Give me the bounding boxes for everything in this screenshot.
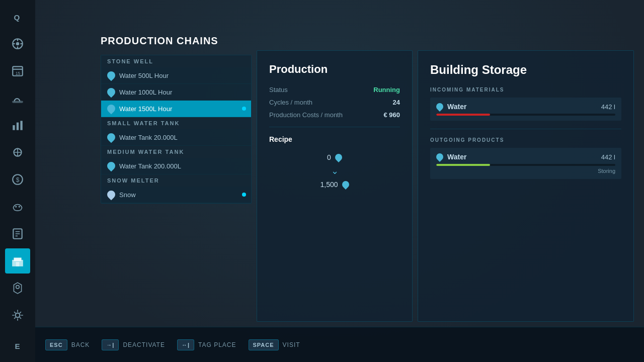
recipe-input: 0 xyxy=(327,153,342,161)
svg-point-27 xyxy=(16,313,20,318)
chains-list: STONE WELL Water 500L Hour Water 1000L H… xyxy=(101,55,252,204)
incoming-bar-fill xyxy=(436,114,490,116)
water-icon xyxy=(106,86,117,98)
outgoing-sub-label: Storing xyxy=(436,168,615,174)
deactivate-key-badge: →| xyxy=(102,339,119,350)
sidebar-item-buildings[interactable] xyxy=(5,248,30,274)
water-icon xyxy=(106,103,117,115)
outgoing-row: Water 442 l xyxy=(436,153,615,161)
incoming-amount: 442 l xyxy=(601,103,615,111)
svg-text:E: E xyxy=(15,342,20,350)
snow-icon xyxy=(106,189,117,201)
sidebar-item-wheel[interactable] xyxy=(5,31,30,56)
sidebar-item-contracts[interactable] xyxy=(5,221,30,246)
svg-text:15: 15 xyxy=(16,71,21,76)
water-icon xyxy=(106,160,117,172)
cycles-label: Cycles / month xyxy=(269,99,312,106)
svg-point-18 xyxy=(19,206,20,207)
recipe-output: 1,500 xyxy=(320,180,349,189)
outgoing-water-item: Water 442 l Storing xyxy=(430,148,621,179)
category-snow-melter: SNOW MELTER xyxy=(101,174,251,187)
building-storage-panel: Building Storage INCOMING MATERIALS Wate… xyxy=(418,50,634,322)
chain-item-water-tank-200[interactable]: Water Tank 200.000L xyxy=(101,158,251,174)
sidebar: Q 15 $ E xyxy=(0,0,35,362)
sidebar-item-stats[interactable] xyxy=(5,113,30,138)
svg-point-2 xyxy=(16,42,20,46)
outgoing-amount: 442 l xyxy=(601,153,615,161)
visit-button[interactable]: SPACE VISIT xyxy=(249,339,300,350)
production-chains-panel: PRODUCTION CHAINS STONE WELL Water 500L … xyxy=(101,35,252,322)
bottom-bar: ESC BACK →| DEACTIVATE ↔| TAG PLACE SPAC… xyxy=(35,327,644,362)
costs-value: € 960 xyxy=(383,111,400,119)
cycles-value: 24 xyxy=(393,99,400,106)
status-row: Status Running xyxy=(269,86,400,94)
outgoing-bar-fill xyxy=(436,164,490,166)
sidebar-item-weather[interactable] xyxy=(5,85,30,111)
category-stone-well: STONE WELL xyxy=(101,55,251,67)
snow-dot xyxy=(242,193,246,197)
back-label: BACK xyxy=(71,341,90,348)
production-title: Production xyxy=(269,63,400,76)
outgoing-item-name: Water xyxy=(436,153,466,161)
water-drop-icon xyxy=(435,102,445,112)
chain-item-water-1500[interactable]: Water 1500L Hour xyxy=(101,101,251,117)
outgoing-label: OUTGOING PRODUCTS xyxy=(430,137,621,143)
sidebar-item-equipment[interactable] xyxy=(5,303,30,328)
recipe-title: Recipe xyxy=(269,135,400,143)
status-label: Status xyxy=(269,86,288,94)
svg-point-26 xyxy=(16,286,20,289)
sidebar-item-e[interactable]: E xyxy=(5,333,30,358)
incoming-bar-bg xyxy=(436,114,615,116)
sidebar-item-q[interactable]: Q xyxy=(5,4,30,29)
water-icon xyxy=(106,132,117,143)
selected-dot xyxy=(242,107,246,111)
esc-key-badge: ESC xyxy=(45,339,67,350)
sidebar-item-calendar[interactable]: 15 xyxy=(5,58,30,83)
recipe-water-icon-input xyxy=(334,152,344,162)
svg-rect-24 xyxy=(14,258,21,261)
cycles-row: Cycles / month 24 xyxy=(269,99,400,106)
svg-rect-11 xyxy=(13,125,15,130)
svg-text:Q: Q xyxy=(14,13,20,22)
incoming-water-item: Water 442 l xyxy=(430,98,621,121)
svg-rect-13 xyxy=(20,121,22,130)
svg-text:$: $ xyxy=(16,176,20,184)
svg-rect-10 xyxy=(12,101,23,103)
production-panel: Production Status Running Cycles / month… xyxy=(257,50,413,322)
space-key-badge: SPACE xyxy=(249,339,279,350)
storage-divider xyxy=(430,129,621,129)
incoming-row: Water 442 l xyxy=(436,103,615,111)
category-medium-water-tank: MEDIUM WATER TANK xyxy=(101,146,251,158)
water-drop-icon xyxy=(435,152,445,162)
recipe-arrow: ⌄ xyxy=(331,165,339,176)
costs-row: Production Costs / month € 960 xyxy=(269,111,400,119)
chain-item-water-1000[interactable]: Water 1000L Hour xyxy=(101,84,251,101)
water-icon xyxy=(106,70,117,81)
production-chains-title: PRODUCTION CHAINS xyxy=(101,35,252,47)
visit-label: VISIT xyxy=(283,341,300,348)
sidebar-item-animals[interactable] xyxy=(5,194,30,219)
sidebar-item-money[interactable]: $ xyxy=(5,167,30,192)
chain-item-snow[interactable]: Snow xyxy=(101,187,251,203)
recipe-water-icon-output xyxy=(341,179,351,190)
tag-label: TAG PLACE xyxy=(198,341,236,348)
tag-place-button[interactable]: ↔| TAG PLACE xyxy=(177,339,236,350)
sidebar-item-maps[interactable] xyxy=(5,276,30,301)
chain-item-water-tank-20[interactable]: Water Tank 20.000L xyxy=(101,129,251,146)
category-small-water-tank: SMALL WATER TANK xyxy=(101,117,251,129)
chain-item-water-500[interactable]: Water 500L Hour xyxy=(101,67,251,84)
svg-point-17 xyxy=(15,206,17,207)
outgoing-bar-bg xyxy=(436,164,615,166)
sidebar-item-farm[interactable] xyxy=(5,140,30,165)
back-button[interactable]: ESC BACK xyxy=(45,339,90,350)
costs-label: Production Costs / month xyxy=(269,111,343,119)
status-value: Running xyxy=(373,86,400,94)
recipe-area: 0 ⌄ 1,500 xyxy=(269,153,400,189)
incoming-item-name: Water xyxy=(436,103,466,111)
deactivate-label: DEACTIVATE xyxy=(123,341,165,348)
incoming-label: INCOMING MATERIALS xyxy=(430,87,621,93)
tag-key-badge: ↔| xyxy=(177,339,194,350)
deactivate-button[interactable]: →| DEACTIVATE xyxy=(102,339,165,350)
prod-divider xyxy=(269,127,400,127)
building-storage-title: Building Storage xyxy=(430,63,621,77)
